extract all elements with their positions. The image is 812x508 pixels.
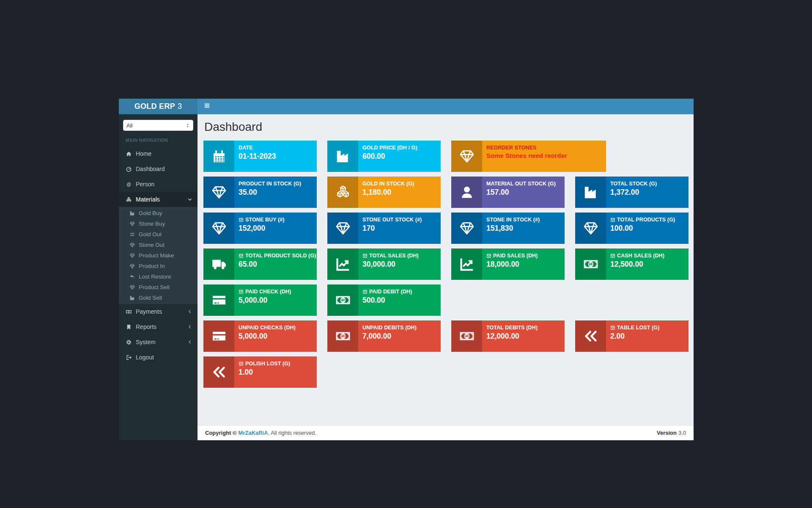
- menu-item-label: Stone Buy: [139, 221, 165, 227]
- info-box-stone-buy: STONE BUY (#)152,000: [203, 213, 317, 244]
- chart-line-icon: [327, 248, 358, 280]
- svg-text:1: 1: [590, 262, 592, 267]
- version-label: Version: [657, 430, 677, 436]
- info-box-label: TOTAL PRODUCT SOLD (G): [239, 253, 313, 259]
- menu-item-label: Gold Out: [139, 231, 162, 237]
- menu-item-label: Gold Buy: [139, 210, 162, 216]
- info-box-value: 01-11-2023: [239, 152, 276, 161]
- gem-icon: [327, 213, 358, 244]
- sidebar: All MAIN NAVIGATION HomeDashboard@Person…: [119, 114, 198, 440]
- calendar-check-icon: [239, 217, 244, 222]
- content-area: Dashboard DATE01-11-2023GOLD PRICE (DH /…: [198, 114, 694, 425]
- info-box-row: TOTAL PRODUCT SOLD (G)65.00TOTAL SALES (…: [203, 248, 688, 280]
- info-box-value: 18,000.00: [486, 260, 538, 269]
- info-box-row: UNPAID CHECKS (DH)5,000.001UNPAID DEBITS…: [203, 320, 688, 352]
- info-box-table-lost-g: TABLE LOST (G)2.00: [575, 320, 689, 352]
- menu-item-label: Person: [136, 181, 154, 188]
- calendar-check-icon: [610, 253, 615, 258]
- brand-link[interactable]: MrZaKaRiA: [239, 430, 268, 436]
- info-box-label: GOLD IN STOCK (G): [362, 181, 414, 187]
- gem-icon: [575, 213, 606, 244]
- info-box-value: 2.00: [610, 332, 659, 341]
- info-box-label: POLISH LOST (G): [239, 361, 290, 367]
- money-icon: 1: [451, 320, 482, 352]
- sidebar-toggle-button[interactable]: [204, 102, 210, 110]
- copyright-text: Copyright ©MrZaKaRiA. All rights reserve…: [205, 430, 316, 436]
- calendar-icon: [203, 141, 234, 172]
- gem-icon: [129, 284, 139, 290]
- sidebar-item-reports[interactable]: Reports: [119, 319, 198, 334]
- info-box-value: 152,000: [239, 224, 285, 233]
- materials-submenu: Gold BuyStone BuyGold OutStone OutProduc…: [119, 207, 198, 304]
- info-box-label: MATERIAL OUT STOCK (G): [486, 181, 556, 187]
- info-box-total-stock-g: TOTAL STOCK (G)1,372.00: [575, 177, 689, 208]
- credit-card-icon: [203, 284, 234, 316]
- info-box-value: 600.00: [362, 152, 417, 161]
- app-window: GOLD ERP 3 All MAIN NAVIGATION HomeDashb…: [119, 99, 694, 440]
- credit-card-icon: [203, 320, 234, 352]
- sidebar-subitem-gold-buy[interactable]: Gold Buy: [119, 208, 198, 218]
- info-box-row: PRODUCT IN STOCK (G)35.00GOLD IN STOCK (…: [203, 177, 688, 208]
- sidebar-subitem-stone-buy[interactable]: Stone Buy: [119, 218, 198, 229]
- info-box-value: 5,000.00: [239, 332, 296, 341]
- sidebar-item-person[interactable]: @Person: [119, 177, 198, 192]
- logo-text-bold: GOLD ERP: [134, 102, 175, 111]
- angles-left-icon: [203, 356, 234, 388]
- info-box-total-product-sold-g: TOTAL PRODUCT SOLD (G)65.00: [203, 248, 317, 280]
- info-box-value: 12,500.00: [610, 260, 664, 269]
- home-icon: [126, 151, 136, 157]
- sidebar-subitem-lost-restore[interactable]: Lost Restore: [119, 271, 198, 282]
- info-box-label: UNPAID CHECKS (DH): [239, 325, 296, 331]
- sidebar-subitem-product-in[interactable]: Product In: [119, 261, 198, 271]
- info-box-label: TABLE LOST (G): [610, 325, 659, 331]
- info-box-value: 151,830: [486, 224, 540, 233]
- money-icon: 1: [327, 320, 358, 352]
- info-box-label: STONE BUY (#): [239, 217, 285, 223]
- sidebar-item-system[interactable]: System: [119, 334, 198, 350]
- sidebar-item-payments[interactable]: 1Payments: [119, 304, 198, 319]
- gear-icon: [126, 339, 136, 345]
- sidebar-subitem-gold-sell[interactable]: Gold Sell: [119, 293, 198, 303]
- sidebar-subitem-stone-out[interactable]: Stone Out: [119, 240, 198, 250]
- at-icon: @: [126, 181, 136, 188]
- info-box-label: STONE IN STOCK (#): [486, 217, 540, 223]
- info-box-value: 1.00: [239, 368, 290, 377]
- calendar-check-icon: [239, 289, 244, 294]
- app-logo[interactable]: GOLD ERP 3: [119, 99, 198, 114]
- sidebar-item-dashboard[interactable]: Dashboard: [119, 161, 198, 177]
- menu-item-label: Product In: [139, 263, 165, 269]
- gem-icon: [203, 213, 234, 244]
- info-box-label: CASH SALES (DH): [610, 253, 664, 259]
- sidebar-item-materials[interactable]: Materials: [119, 192, 198, 207]
- bars-icon: [204, 102, 210, 110]
- info-box-label: PAID CHECK (DH): [239, 289, 291, 295]
- calendar-check-icon: [239, 361, 244, 366]
- calendar-check-icon: [610, 217, 615, 222]
- sidebar-item-logout[interactable]: Logout: [119, 350, 198, 365]
- gem-icon: [129, 221, 139, 227]
- info-box-material-out-stock-g: MATERIAL OUT STOCK (G)157.00: [451, 177, 565, 208]
- sidebar-subitem-product-sell[interactable]: Product Sell: [119, 282, 198, 293]
- info-box-grid: DATE01-11-2023GOLD PRICE (DH / G)600.00R…: [203, 141, 688, 388]
- gem-icon: [203, 177, 234, 208]
- industry-icon: [129, 295, 139, 301]
- sidebar-item-home[interactable]: Home: [119, 146, 198, 161]
- info-box-gold-in-stock-g: GOLD IN STOCK (G)1,180.00: [327, 177, 441, 208]
- main-column: Dashboard DATE01-11-2023GOLD PRICE (DH /…: [198, 114, 694, 440]
- industry-icon: [575, 177, 606, 208]
- chevron-left-icon: [187, 324, 192, 329]
- calendar-check-icon: [486, 253, 491, 258]
- calendar-check-icon: [610, 325, 615, 330]
- svg-text:1: 1: [342, 334, 344, 339]
- sidebar-subitem-product-make[interactable]: Product Make: [119, 250, 198, 261]
- filter-select[interactable]: All: [123, 120, 193, 131]
- sidebar-subitem-gold-out[interactable]: Gold Out: [119, 229, 198, 240]
- info-box-date: DATE01-11-2023: [203, 141, 317, 172]
- copyright-suffix: . All rights reserved.: [268, 430, 316, 436]
- info-box-label: TOTAL SALES (DH): [362, 253, 419, 259]
- copyright-prefix: Copyright ©: [205, 430, 237, 436]
- info-box-row: PAID CHECK (DH)5,000.001PAID DEBIT (DH)5…: [203, 284, 688, 316]
- logo-text-light: 3: [178, 102, 182, 111]
- menu-item-label: Lost Restore: [139, 273, 171, 280]
- menu-item-label: Stone Out: [139, 242, 165, 248]
